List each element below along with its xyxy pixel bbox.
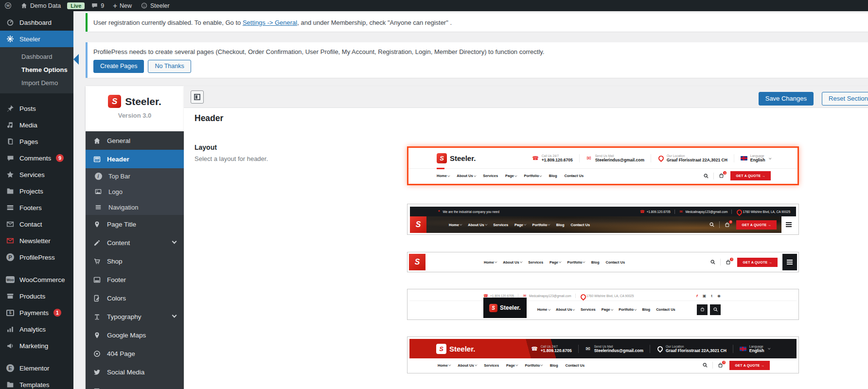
preview-nav-link[interactable]: Portfolio <box>532 223 550 227</box>
sidebar-item-newsletter[interactable]: Newsletter <box>0 232 73 249</box>
preview-nav-link[interactable]: Portfolio <box>524 174 542 178</box>
sidebar-item-woocommerce[interactable]: Woo WooCommerce <box>0 271 73 288</box>
sidebar-item-contact[interactable]: Contact <box>0 216 73 232</box>
menu-toggle-button[interactable] <box>781 216 796 233</box>
theme-menu-footer[interactable]: Footer <box>86 270 184 289</box>
preview-nav-link[interactable]: About Us <box>457 174 476 178</box>
get-a-quote-button[interactable]: GET A QUOTE → <box>737 258 778 267</box>
preview-nav-link[interactable]: Home <box>449 223 461 227</box>
preview-nav-link[interactable]: Portfolio <box>567 260 585 265</box>
sidebar-item-services[interactable]: Services <box>0 166 73 183</box>
preview-nav-link[interactable]: Portfolio <box>619 307 636 312</box>
sidebar-item-analytics[interactable]: Analytics <box>0 321 73 337</box>
sidebar-item-posts[interactable]: Posts <box>0 100 73 117</box>
preview-nav-link[interactable]: Home <box>438 363 450 368</box>
new-content-menu[interactable]: New <box>108 0 136 11</box>
theme-menu-shop[interactable]: Shop <box>86 252 184 270</box>
search-icon[interactable] <box>703 173 709 179</box>
header-layout-option-5[interactable]: S Steeler. Call Us 24/7+1.809.120.6705 <box>407 336 799 373</box>
preview-nav-link[interactable]: Page <box>602 307 613 312</box>
theme-menu-top-bar[interactable]: Top Bar <box>86 168 184 184</box>
create-pages-button[interactable]: Create Pages <box>93 60 144 73</box>
sidebar-item-dashboard[interactable]: Dashboard <box>0 14 73 31</box>
preview-nav-link[interactable]: Contact Us <box>571 223 590 227</box>
preview-nav-link[interactable]: Services <box>581 307 596 312</box>
preview-nav-link[interactable]: About Us <box>458 363 477 368</box>
theme-menu-partial-item[interactable] <box>86 381 184 389</box>
submenu-item-dashboard[interactable]: Dashboard <box>0 50 73 63</box>
preview-nav-link[interactable]: Contact Us <box>565 174 584 178</box>
header-layout-option-4[interactable]: +1.809.120.6705 Medcalinapsy123@gmail.co… <box>407 289 799 320</box>
sidebar-item-marketing[interactable]: Marketing <box>0 337 73 354</box>
sidebar-item-comments[interactable]: Comments 9 <box>0 150 73 166</box>
preview-nav-link[interactable]: Page <box>505 174 516 178</box>
get-a-quote-button[interactable]: GET A QUOTE → <box>730 171 771 180</box>
theme-menu-typography[interactable]: Typography <box>86 307 184 326</box>
user-account-menu[interactable]: Steeler <box>136 0 174 11</box>
search-icon[interactable] <box>709 222 715 228</box>
theme-menu-navigation[interactable]: Navigation <box>86 199 184 215</box>
sidebar-item-media[interactable]: Media <box>0 117 73 133</box>
preview-nav-link[interactable]: About Us <box>556 307 575 312</box>
search-icon[interactable] <box>710 304 721 315</box>
header-layout-option-1-selected[interactable]: S Steeler. Call Us 24/7+1.809.120.6705 <box>407 146 799 185</box>
preview-nav-link[interactable]: Contact Us <box>566 363 585 368</box>
preview-nav-link[interactable]: Services <box>483 174 498 178</box>
preview-nav-link[interactable]: Home <box>537 307 550 312</box>
preview-nav-link[interactable]: Portfolio <box>525 363 543 368</box>
preview-nav-link[interactable]: Blog <box>549 174 557 178</box>
settings-general-link[interactable]: Settings -> General <box>243 19 297 26</box>
preview-nav-link[interactable]: Home <box>484 260 496 265</box>
preview-nav-link[interactable]: Services <box>528 260 543 265</box>
sidebar-item-elementor[interactable]: E Elementor <box>0 360 73 376</box>
theme-menu-content[interactable]: Content <box>86 233 184 252</box>
site-name-menu[interactable]: Demo Data <box>16 0 65 11</box>
preview-nav-link[interactable]: Services <box>493 223 508 227</box>
sidebar-item-steeler[interactable]: Steeler <box>0 31 73 47</box>
get-a-quote-button[interactable]: GET A QUOTE → <box>729 361 770 370</box>
header-layout-option-3[interactable]: S HomeAbout UsServicesPagePortfolioBlogC… <box>407 252 799 272</box>
sidebar-item-footers[interactable]: Footers <box>0 199 73 216</box>
submenu-item-theme-options[interactable]: Theme Options <box>0 63 73 76</box>
sidebar-item-projects[interactable]: Projects <box>0 183 73 199</box>
preview-nav-link[interactable]: Blog <box>556 223 565 227</box>
preview-nav-link[interactable]: About Us <box>503 260 522 265</box>
cart-icon[interactable]: 3 <box>725 259 731 265</box>
preview-nav-link[interactable]: Page <box>514 223 526 227</box>
no-thanks-button[interactable]: No Thanks <box>148 60 191 73</box>
preview-nav-link[interactable]: Home <box>437 174 449 178</box>
submenu-item-import-demo[interactable]: Import Demo <box>0 76 73 89</box>
theme-menu-logo[interactable]: Logo <box>86 184 184 199</box>
theme-menu-google-maps[interactable]: Google Maps <box>86 326 184 344</box>
sidebar-item-products[interactable]: Products <box>0 288 73 304</box>
preview-nav-link[interactable]: Services <box>484 363 499 368</box>
search-icon[interactable] <box>702 362 708 368</box>
sidebar-item-profilepress[interactable]: P ProfilePress <box>0 249 73 265</box>
theme-menu-header[interactable]: Header <box>86 150 184 168</box>
preview-nav-link[interactable]: Contact Us <box>656 307 675 312</box>
preview-nav-link[interactable]: About Us <box>468 223 487 227</box>
theme-menu-page-title[interactable]: Page Title <box>86 215 184 233</box>
preview-nav-link[interactable]: Blog <box>550 363 558 368</box>
social-icon[interactable] <box>696 294 698 298</box>
sidebar-item-templates[interactable]: Templates <box>0 376 73 389</box>
social-icon[interactable] <box>717 294 721 298</box>
search-icon[interactable] <box>710 259 716 265</box>
preview-nav-link[interactable]: Blog <box>591 260 600 265</box>
reset-section-button[interactable]: Reset Section <box>822 92 868 106</box>
cart-icon[interactable]: 3 <box>717 362 724 369</box>
preview-nav-link[interactable]: Page <box>549 260 561 265</box>
preview-nav-link[interactable]: Contact Us <box>606 260 625 265</box>
menu-toggle-button[interactable] <box>782 254 797 270</box>
preview-nav-link[interactable]: Blog <box>642 307 651 312</box>
get-a-quote-button[interactable]: GET A QUOTE → <box>736 220 777 230</box>
wordpress-logo-menu[interactable] <box>0 0 16 11</box>
theme-menu-general[interactable]: General <box>86 131 184 150</box>
theme-menu-colors[interactable]: Colors <box>86 289 184 307</box>
cart-icon[interactable]: 3 <box>718 173 725 179</box>
save-changes-button[interactable]: Save Changes <box>759 92 814 106</box>
theme-menu-404-page[interactable]: 404 Page <box>86 344 184 363</box>
sidebar-item-pages[interactable]: Pages <box>0 133 73 150</box>
cart-icon[interactable]: 3 <box>724 222 730 228</box>
sidebar-item-payments[interactable]: $ Payments 1 <box>0 304 73 321</box>
